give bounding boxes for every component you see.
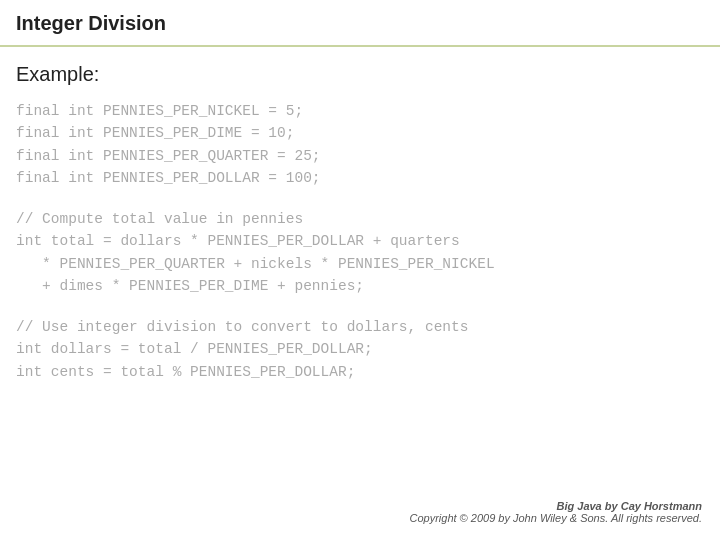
main-content: Example: final int PENNIES_PER_NICKEL = …	[0, 47, 720, 383]
page-footer: Big Java by Cay Horstmann Copyright © 20…	[409, 500, 702, 524]
code-lines-3: // Use integer division to convert to do…	[16, 316, 704, 383]
code-section-3: // Use integer division to convert to do…	[16, 316, 704, 383]
code-section-2: // Compute total value in pennies int to…	[16, 208, 704, 298]
page-title: Integer Division	[16, 12, 166, 34]
footer-book-credit: Big Java by Cay Horstmann	[409, 500, 702, 512]
footer-by-text: by Cay Horstmann	[605, 500, 702, 512]
footer-copyright: Copyright © 2009 by John Wiley & Sons. A…	[409, 512, 702, 524]
page-header: Integer Division	[0, 0, 720, 47]
code-section-1: final int PENNIES_PER_NICKEL = 5; final …	[16, 100, 704, 190]
code-lines-2: // Compute total value in pennies int to…	[16, 208, 704, 298]
code-lines-1: final int PENNIES_PER_NICKEL = 5; final …	[16, 100, 704, 190]
example-label: Example:	[16, 63, 704, 86]
footer-book-title: Big Java	[556, 500, 601, 512]
